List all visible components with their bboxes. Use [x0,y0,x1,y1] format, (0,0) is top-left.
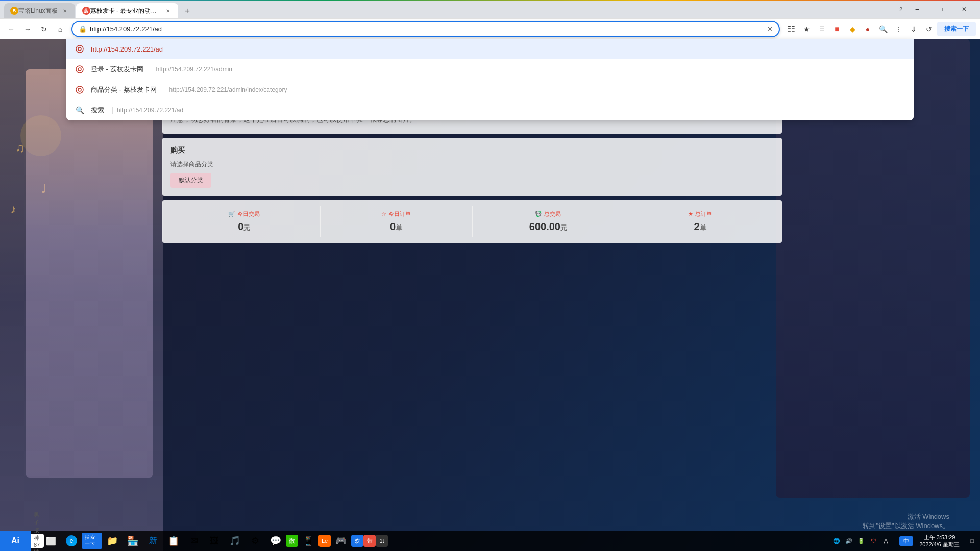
taskbar-input-locale[interactable]: 中 [899,536,913,546]
taskbar-band-icon[interactable]: 带 [363,535,376,547]
autocomplete-label-1: 登录 - 荔枝发卡网 [91,65,143,74]
lock-icon: 🔒 [79,25,87,33]
systray-network-icon[interactable]: 🌐 [831,536,842,546]
tab1-close[interactable]: ✕ [61,7,69,15]
autocomplete-item-2[interactable]: 商品分类 - 荔枝发卡网 http://154.209.72.221/admin… [66,80,914,100]
stat-today-transaction-value: 0元 [173,221,316,233]
stat-total-transaction: 💱 总交易 600.00元 [473,206,625,237]
taskbar-mail-icon[interactable]: ✉ [184,531,204,551]
stat-total-order: ★ 总订单 2单 [624,206,776,237]
autocomplete-url-3: http://154.209.72.221/ad [117,107,183,114]
search-ext-icon[interactable]: 🔍 [876,22,890,36]
autocomplete-item-0[interactable]: http://154.209.72.221/ad [66,39,914,59]
purchase-title: 购买 [170,146,774,155]
url-icon-0 [75,44,85,54]
purchase-section: 购买 请选择商品分类 默认分类 [162,138,782,196]
taskbar-settings-icon[interactable]: ⚙ [245,531,265,551]
history-icon-1 [75,64,85,74]
stat-total-transaction-label: 💱 总交易 [477,210,620,218]
music-note-3: ♪ [10,202,16,216]
stat-total-transaction-value: 600.00元 [477,221,620,233]
ext1-icon[interactable]: ■ [830,22,844,36]
tab-baota[interactable]: B 宝塔Linux面板 ✕ [4,3,75,18]
taskbar-le-icon[interactable]: Le [318,535,331,547]
autocomplete-url-0: http://154.209.72.221/ad [91,45,163,53]
taskbar-edge-icon[interactable]: e [61,531,82,551]
taskbar-chat-icon[interactable]: 💬 [265,531,286,551]
systray-battery-icon[interactable]: 🔋 [856,536,866,546]
star-filled-icon: ★ [688,211,693,217]
minimize-button[interactable]: ‒ [905,0,929,18]
svg-point-5 [78,88,81,91]
systray-divider [895,536,895,546]
tab2-close[interactable]: ✕ [164,7,172,15]
svg-point-0 [76,45,83,53]
systray-sound-icon[interactable]: 🔊 [844,536,854,546]
taskbar-new-icon[interactable]: 新 [143,531,163,551]
taskbar-search-down-btn[interactable]: 搜索一下 [82,531,102,551]
ai-badge[interactable]: Ai [0,531,31,551]
extensions-button[interactable]: ☷ [784,22,798,36]
ext2-icon[interactable]: ◆ [845,22,860,36]
toolbar-right: ☷ ★ ☰ ■ ◆ ● 🔍 ⋮ ⇓ ↺ 搜索一下 [784,22,976,36]
history-icon-2 [75,85,85,95]
tab1-favicon: B [10,7,18,15]
address-bar[interactable]: 🔒 ✕ [71,21,780,37]
taskbar-1t-icon[interactable]: 1t [376,535,388,547]
tab-lizhi[interactable]: 荔 荔枝发卡 - 最专业的动漫发卡 ✕ [76,3,178,18]
taskbar-huan-icon[interactable]: 欢 [351,535,363,547]
taskbar-photo-icon[interactable]: 🖼 [204,531,225,551]
tab1-title: 宝塔Linux面板 [18,7,58,15]
autocomplete-dropdown: http://154.209.72.221/ad 登录 - 荔枝发卡网 http… [66,39,914,120]
systray-more-icon[interactable]: ⋀ [880,536,891,546]
taskbar-files-icon[interactable]: 📁 [102,531,122,551]
autocomplete-label-3: 搜索 [91,106,104,115]
taskbar-store-icon[interactable]: 🏪 [122,531,143,551]
taskbar-phone-icon[interactable]: 📱 [298,531,318,551]
autocomplete-item-1[interactable]: 登录 - 荔枝发卡网 http://154.209.72.221/admin [66,59,914,80]
grid-view-icon[interactable]: ⋮ [891,22,905,36]
systray: 🌐 🔊 🔋 🛡 ⋀ 中 [831,536,913,546]
autocomplete-divider-1 [152,66,152,73]
back-button[interactable]: ← [4,22,18,36]
home-button[interactable]: ⌂ [53,22,67,36]
svg-point-2 [76,66,83,73]
taskbar-ent-icon[interactable]: 🎮 [331,531,351,551]
tab2-title: 荔枝发卡 - 最专业的动漫发卡 [90,7,161,15]
exchange-icon: 💱 [535,211,542,217]
clear-url-icon[interactable]: ✕ [767,25,773,33]
stat-total-order-value: 2单 [628,221,772,233]
url-input[interactable] [90,25,767,33]
forward-button[interactable]: → [20,22,35,36]
autocomplete-label-2: 商品分类 - 荔枝发卡网 [91,85,157,94]
restore-button[interactable]: □ [929,0,952,18]
autocomplete-item-3[interactable]: 🔍 搜索 http://154.209.72.221/ad [66,100,914,120]
search-icon-3: 🔍 [75,105,85,115]
taskbar-time: 上午 3:53:29 [919,534,960,541]
star-outline-icon: ☆ [381,211,386,217]
search-submit-button[interactable]: 搜索一下 [937,22,976,36]
systray-antivirus-icon[interactable]: 🛡 [868,536,878,546]
left-char-body [26,69,153,478]
bookmark-manager-icon[interactable]: ☰ [815,22,829,36]
taskbar-clock[interactable]: 上午 3:53:29 2022/4/6 星期三 [915,534,964,548]
ext3-icon[interactable]: ● [861,22,875,36]
taskbar-music-icon[interactable]: 🎵 [225,531,245,551]
show-desktop-button[interactable]: □ [966,536,976,546]
taskbar-weixin-icon[interactable]: 微 [286,535,298,547]
reload-button[interactable]: ↻ [37,22,51,36]
taskbar-right: 🌐 🔊 🔋 🛡 ⋀ 中 上午 3:53:29 2022/4/6 星期三 □ [831,534,980,548]
taskbar: 🔍 男子接种87针疫苗 ⬜ e 搜索一下 📁 🏪 新 📋 ✉ 🖼 🎵 ⚙ 💬 微… [0,531,980,551]
svg-point-1 [78,47,81,51]
close-button[interactable]: ✕ [952,0,976,18]
taskbar-explorer-icon[interactable]: 📋 [163,531,184,551]
history-ext-icon[interactable]: ↺ [922,22,936,36]
default-category-button[interactable]: 默认分类 [170,173,211,188]
stat-today-order-value: 0单 [325,221,468,233]
bookmark-button[interactable]: ★ [799,22,814,36]
autocomplete-divider-2 [165,86,165,93]
task-view-button[interactable]: ⬜ [41,531,61,551]
new-tab-button[interactable]: + [180,4,194,18]
autocomplete-url-2: http://154.209.72.221/admin/index/catego… [169,86,287,93]
download-icon[interactable]: ⇓ [906,22,921,36]
